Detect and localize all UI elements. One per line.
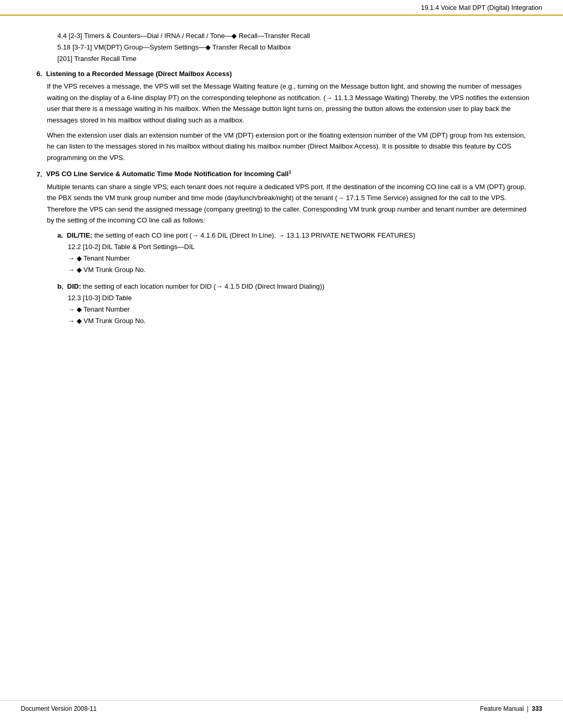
sub-item-b-subline-1: 12.3 [10-3] DID Table [68, 292, 532, 304]
sub-item-a-sublines: 12.2 [10-2] DIL Table & Port Settings—DI… [68, 241, 532, 276]
footer-document-version: Document Version 2008-11 [21, 705, 96, 712]
sub-item-a-label: a. DIL/TIE: [57, 231, 92, 239]
sub-item-a-bold-label: DIL/TIE: [67, 231, 92, 239]
sub-item-a-text: the setting of each CO line port (→ 4.1.… [92, 231, 415, 239]
list-item-7-body: Multiple tenants can share a single VPS;… [47, 181, 532, 327]
sub-item-b-bold-label: DID: [67, 282, 81, 290]
ref-line-1: 4.4 [2-3] Timers & Counters—Dial / IRNA … [36, 30, 532, 42]
main-list: 6. Listening to a Recorded Message (Dire… [36, 70, 532, 327]
list-item-6: 6. Listening to a Recorded Message (Dire… [36, 70, 532, 163]
sub-list-7: a. DIL/TIE: the setting of each CO line … [57, 230, 532, 326]
main-content: 4.4 [2-3] Timers & Counters—Dial / IRNA … [0, 16, 563, 364]
sub-item-b-subline-2: → ◆ Tenant Number [68, 304, 532, 315]
footer-page-number: 333 [532, 705, 542, 712]
ref-lines: 4.4 [2-3] Timers & Counters—Dial / IRNA … [36, 30, 532, 65]
list-item-7-superscript: 1 [289, 169, 291, 175]
list-item-6-header: 6. Listening to a Recorded Message (Dire… [36, 70, 532, 78]
list-item-6-heading: Listening to a Recorded Message (Direct … [46, 70, 231, 78]
sub-item-a-subline-2: → ◆ Tenant Number [68, 253, 532, 264]
sub-item-a-subline-3: → ◆ VM Trunk Group No. [68, 264, 532, 276]
ref-line-3: [201] Transfer Recall Time [36, 53, 532, 65]
list-item-6-para-2: When the extension user dials an extensi… [47, 130, 532, 163]
list-item-7-header: 7. VPS CO Line Service & Automatic Time … [36, 169, 532, 178]
footer-divider: | [527, 705, 529, 712]
sub-item-b-subline-3: → ◆ VM Trunk Group No. [68, 315, 532, 327]
list-item-7: 7. VPS CO Line Service & Automatic Time … [36, 169, 532, 327]
sub-item-a-subline-1: 12.2 [10-2] DIL Table & Port Settings—DI… [68, 241, 532, 253]
list-item-6-body: If the VPS receives a message, the VPS w… [47, 81, 532, 163]
sub-list-item-b: b. DID: the setting of each location num… [57, 281, 532, 327]
sub-item-b-label: b. DID: [57, 282, 81, 290]
list-item-7-para-1: Multiple tenants can share a single VPS;… [47, 181, 532, 226]
header-title: 19.1.4 Voice Mail DPT (Digital) Integrat… [421, 4, 542, 11]
sub-item-b-sublines: 12.3 [10-3] DID Table → ◆ Tenant Number … [68, 292, 532, 327]
footer-manual-label: Feature Manual [480, 705, 524, 712]
sub-list-item-a: a. DIL/TIE: the setting of each CO line … [57, 230, 532, 276]
ref-line-2: 5.18 [3-7-1] VM(DPT) Group—System Settin… [36, 42, 532, 53]
sub-item-b-text: the setting of each location number for … [81, 282, 325, 290]
footer-right: Feature Manual | 333 [480, 705, 542, 712]
page-header: 19.1.4 Voice Mail DPT (Digital) Integrat… [0, 0, 563, 16]
page-container: 19.1.4 Voice Mail DPT (Digital) Integrat… [0, 0, 563, 728]
page-footer: Document Version 2008-11 Feature Manual … [0, 700, 563, 712]
list-item-7-number: 7. [36, 170, 42, 178]
list-item-6-para-1: If the VPS receives a message, the VPS w… [47, 81, 532, 126]
list-item-6-number: 6. [36, 70, 42, 78]
list-item-7-heading: VPS CO Line Service & Automatic Time Mod… [46, 170, 288, 178]
